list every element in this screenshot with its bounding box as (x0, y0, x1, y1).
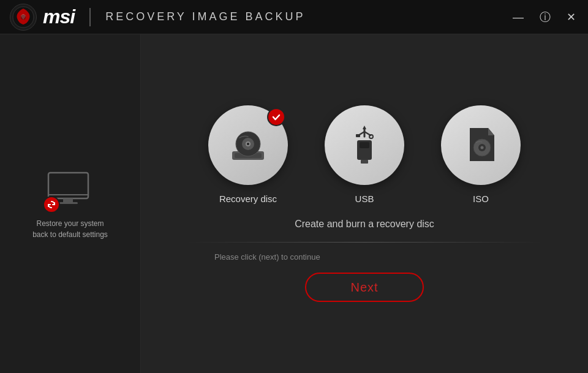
options-row: Recovery disc (208, 105, 521, 204)
sidebar-icon-wrapper (43, 168, 98, 211)
svg-point-23 (480, 146, 483, 149)
iso-svg-icon (461, 123, 501, 167)
dragon-icon (10, 4, 37, 31)
svg-rect-13 (360, 142, 369, 148)
next-button[interactable]: Next (305, 273, 424, 302)
app-title: RECOVERY IMAGE BACKUP (105, 10, 305, 23)
option-usb[interactable]: USB (325, 105, 404, 204)
iso-label: ISO (473, 194, 489, 204)
svg-point-1 (21, 15, 26, 20)
recovery-disc-circle (208, 105, 288, 185)
iso-circle (441, 105, 521, 185)
sidebar: Restore your system back to default sett… (0, 34, 141, 373)
close-button[interactable]: ✕ (564, 9, 578, 25)
instruction-text: Please click (next) to continue (214, 252, 320, 262)
brand-name: msi (43, 6, 75, 28)
usb-circle (325, 105, 404, 185)
main-layout: Restore your system back to default sett… (0, 34, 588, 373)
usb-svg-icon (345, 123, 384, 167)
svg-point-19 (369, 135, 373, 138)
svg-point-11 (247, 143, 249, 145)
usb-label: USB (355, 194, 374, 204)
restore-badge-icon (43, 196, 60, 213)
logo-area: msi RECOVERY IMAGE BACKUP (10, 4, 306, 31)
svg-rect-14 (361, 160, 368, 164)
sidebar-label: Restore your system back to default sett… (32, 218, 108, 240)
svg-rect-3 (63, 198, 73, 202)
description-text: Create and burn a recovery disc (295, 219, 434, 230)
window-controls: — ⓘ ✕ (510, 9, 578, 25)
svg-marker-20 (363, 126, 366, 129)
title-divider (89, 8, 91, 26)
option-recovery-disc[interactable]: Recovery disc (208, 105, 288, 204)
info-button[interactable]: ⓘ (537, 9, 553, 25)
sidebar-item-restore[interactable]: Restore your system back to default sett… (32, 168, 108, 240)
option-iso[interactable]: ISO (441, 105, 521, 204)
content-area: Recovery disc (141, 34, 588, 373)
disc-svg-icon (226, 123, 270, 167)
selected-check-icon (267, 108, 285, 126)
svg-rect-4 (58, 202, 78, 204)
recovery-disc-label: Recovery disc (219, 194, 277, 204)
minimize-button[interactable]: — (510, 9, 526, 25)
content-divider (187, 242, 542, 243)
titlebar: msi RECOVERY IMAGE BACKUP — ⓘ ✕ (0, 0, 588, 34)
svg-rect-17 (356, 134, 360, 137)
